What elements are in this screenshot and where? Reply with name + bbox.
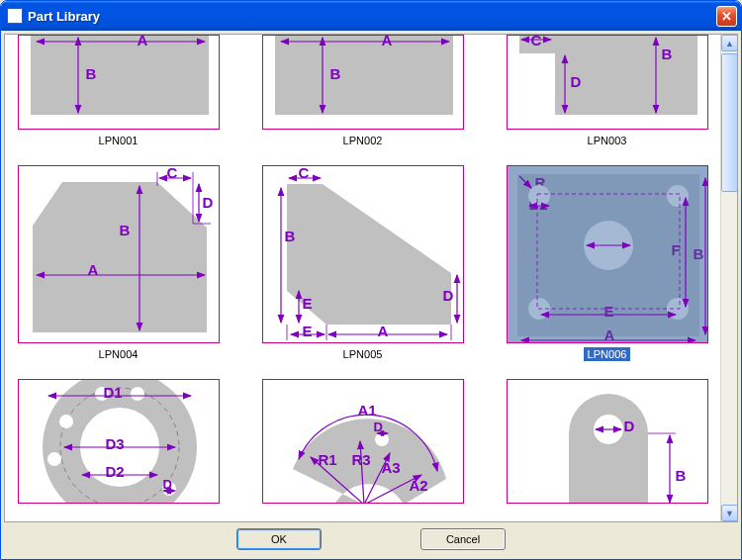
dim-label: A xyxy=(88,261,99,278)
cancel-button[interactable]: Cancel xyxy=(420,528,506,550)
part-thumb[interactable]: A B xyxy=(262,35,464,130)
dim-label: E xyxy=(303,323,313,339)
dim-label: R1 xyxy=(319,451,337,468)
svg-line-52 xyxy=(364,475,421,504)
part-caption: LPN005 xyxy=(339,347,387,361)
ok-button[interactable]: OK xyxy=(236,528,322,550)
part-caption: LPN002 xyxy=(339,134,387,147)
part-item-lpn005[interactable]: C B E E A D LPN005 xyxy=(255,165,470,361)
scroll-up-button[interactable]: ▲ xyxy=(721,35,738,51)
part-thumb[interactable]: D1 D3 D2 D xyxy=(18,379,220,504)
window-title: Part Library xyxy=(28,9,716,24)
part-thumb[interactable]: A B xyxy=(18,35,220,130)
dim-label: B xyxy=(285,228,296,244)
svg-point-54 xyxy=(594,415,623,444)
dim-label: R3 xyxy=(352,451,371,468)
part-thumb[interactable]: D B xyxy=(507,379,708,504)
part-caption: LPN006 xyxy=(584,347,631,361)
svg-point-41 xyxy=(131,387,144,401)
scroll-down-button[interactable]: ▼ xyxy=(721,505,738,521)
part-item-lpn003[interactable]: C B D LPN003 xyxy=(500,35,714,147)
dim-label: D xyxy=(443,287,454,304)
part-caption: LPN001 xyxy=(95,134,142,147)
part-item-lpn006[interactable]: R D2 D1 E F A B LPN006 xyxy=(500,165,714,361)
client-area: A B LPN001 A B xyxy=(1,31,741,559)
part-grid: A B LPN001 A B xyxy=(11,35,714,504)
svg-marker-7 xyxy=(33,182,207,332)
dim-label: C xyxy=(167,165,178,181)
part-thumb[interactable]: A1 R1 R3 A3 A2 D xyxy=(262,379,464,504)
part-item-lpn001[interactable]: A B LPN001 xyxy=(11,35,226,147)
dim-label: D3 xyxy=(106,435,125,452)
dim-label: A3 xyxy=(382,459,401,476)
part-caption: LPN003 xyxy=(584,134,631,147)
dim-label: A xyxy=(378,323,389,339)
dim-label: D xyxy=(374,420,383,434)
close-icon: ✕ xyxy=(721,9,732,24)
dim-label: E xyxy=(303,295,313,312)
svg-line-50 xyxy=(360,441,364,504)
part-library-window: Part Library ✕ xyxy=(0,0,742,560)
chevron-up-icon: ▲ xyxy=(725,39,734,48)
svg-point-40 xyxy=(95,387,109,401)
svg-line-51 xyxy=(364,453,390,504)
svg-point-42 xyxy=(47,452,61,466)
dim-label: D xyxy=(624,418,635,434)
vertical-scrollbar[interactable]: ▲ ▼ xyxy=(720,35,737,521)
part-item-lpn002[interactable]: A B LPN002 xyxy=(255,35,470,147)
part-thumb[interactable]: R D2 D1 E F A B xyxy=(507,165,708,343)
gallery-container: A B LPN001 A B xyxy=(4,34,738,522)
dim-label: D1 xyxy=(104,384,123,401)
part-thumb[interactable]: C B D xyxy=(507,35,708,130)
svg-point-39 xyxy=(59,415,73,428)
dialog-button-bar: OK Cancel xyxy=(4,522,738,556)
part-caption: LPN004 xyxy=(95,347,142,361)
close-button[interactable]: ✕ xyxy=(716,6,737,27)
part-thumb[interactable]: C B E E A D xyxy=(262,165,464,343)
titlebar[interactable]: Part Library ✕ xyxy=(1,1,741,31)
svg-point-48 xyxy=(375,432,389,446)
part-gallery[interactable]: A B LPN001 A B xyxy=(5,35,720,521)
scroll-thumb[interactable] xyxy=(721,53,738,192)
window-icon xyxy=(7,8,23,24)
dim-label: D xyxy=(163,477,172,492)
svg-marker-15 xyxy=(287,184,451,325)
part-item-lpn009[interactable]: D B xyxy=(500,379,714,504)
svg-point-43 xyxy=(162,482,176,496)
dim-label: D2 xyxy=(106,463,125,480)
dim-label: B xyxy=(676,467,687,484)
part-item-lpn004[interactable]: A B C D LPN004 xyxy=(11,165,226,361)
part-item-lpn008[interactable]: A1 R1 R3 A3 A2 D xyxy=(255,379,470,504)
svg-point-38 xyxy=(60,388,179,504)
dim-label: D xyxy=(203,194,214,211)
dim-label: B xyxy=(120,222,131,238)
dim-label: A1 xyxy=(358,402,377,419)
svg-line-49 xyxy=(311,457,364,504)
part-thumb[interactable]: A B C D xyxy=(18,165,220,343)
chevron-down-icon: ▼ xyxy=(725,509,734,518)
dim-label: A2 xyxy=(410,477,428,494)
part-item-lpn007[interactable]: D1 D3 D2 D xyxy=(11,379,226,504)
dim-label: C xyxy=(299,165,310,181)
